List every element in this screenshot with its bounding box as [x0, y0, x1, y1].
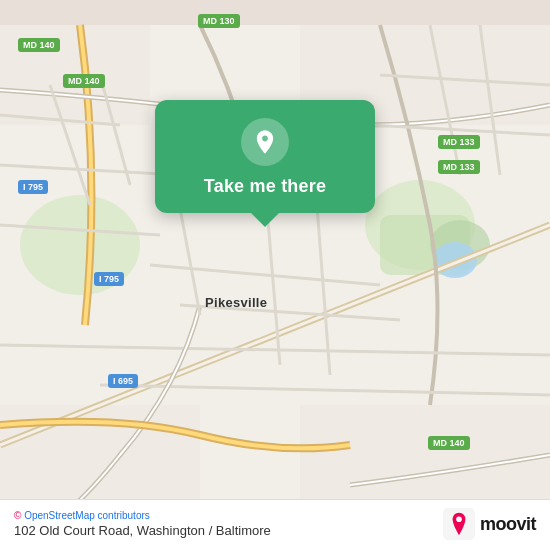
take-me-there-button[interactable]: Take me there — [204, 176, 326, 197]
svg-point-29 — [456, 516, 462, 522]
road-label-md140-top: MD 140 — [18, 38, 60, 52]
location-card: Take me there — [155, 100, 375, 213]
road-label-i795-top: I 795 — [18, 180, 48, 194]
bottom-bar: © OpenStreetMap contributors 102 Old Cou… — [0, 499, 550, 550]
road-label-md133-bottom: MD 133 — [438, 160, 480, 174]
moovit-text: moovit — [480, 514, 536, 535]
city-label-pikesville: Pikesville — [205, 295, 267, 310]
road-label-md140-bottom-right: MD 140 — [428, 436, 470, 450]
osm-credit: © OpenStreetMap contributors — [14, 510, 271, 521]
bottom-left-info: © OpenStreetMap contributors 102 Old Cou… — [14, 510, 271, 538]
moovit-logo: moovit — [443, 508, 536, 540]
road-label-i695: I 695 — [108, 374, 138, 388]
map-pin-icon — [251, 128, 279, 156]
moovit-icon — [443, 508, 475, 540]
osm-link[interactable]: OpenStreetMap contributors — [24, 510, 150, 521]
road-label-md133-top: MD 133 — [438, 135, 480, 149]
osm-copyright-symbol: © — [14, 510, 21, 521]
map-container: MD 140 MD 130 I 795 MD 133 MD 133 I 795 … — [0, 0, 550, 550]
road-label-i795-bottom: I 795 — [94, 272, 124, 286]
road-label-md140-top-left: MD 140 — [63, 74, 105, 88]
road-label-md130: MD 130 — [198, 14, 240, 28]
pin-icon — [241, 118, 289, 166]
address-text: 102 Old Court Road, Washington / Baltimo… — [14, 523, 271, 538]
